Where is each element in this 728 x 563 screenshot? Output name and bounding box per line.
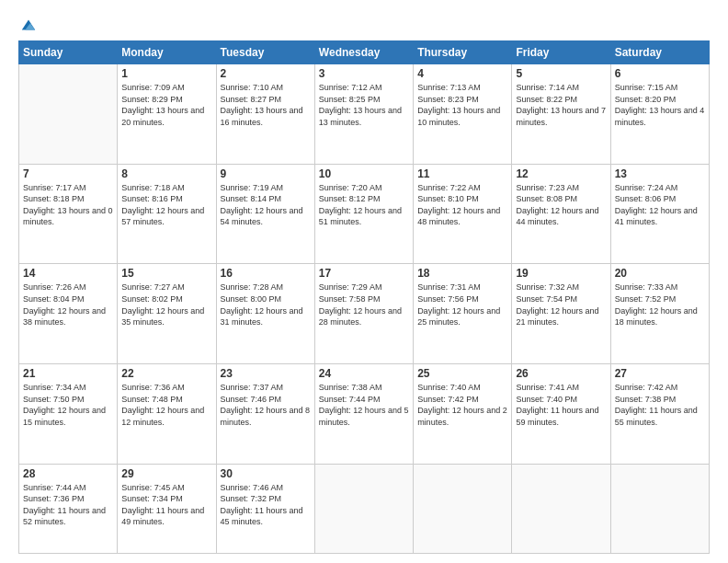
- calendar-week-3: 14Sunrise: 7:26 AMSunset: 8:04 PMDayligh…: [19, 264, 710, 364]
- calendar-cell: 19Sunrise: 7:32 AMSunset: 7:54 PMDayligh…: [512, 264, 610, 364]
- calendar-cell: [19, 64, 118, 165]
- calendar-cell: 10Sunrise: 7:20 AMSunset: 8:12 PMDayligh…: [314, 164, 413, 264]
- calendar-cell: 8Sunrise: 7:18 AMSunset: 8:16 PMDaylight…: [118, 164, 216, 264]
- day-info: Sunrise: 7:31 AMSunset: 7:56 PMDaylight:…: [417, 282, 507, 327]
- calendar-cell: 11Sunrise: 7:22 AMSunset: 8:10 PMDayligh…: [414, 164, 512, 264]
- day-info: Sunrise: 7:46 AMSunset: 7:32 PMDaylight:…: [221, 482, 311, 528]
- calendar-cell: [414, 464, 512, 553]
- day-info: Sunrise: 7:18 AMSunset: 8:16 PMDaylight:…: [121, 182, 211, 228]
- day-info: Sunrise: 7:34 AMSunset: 7:50 PMDaylight:…: [23, 382, 113, 428]
- logo: [18, 17, 37, 33]
- day-info: Sunrise: 7:13 AMSunset: 8:23 PMDaylight:…: [417, 82, 507, 128]
- calendar-cell: [610, 464, 709, 553]
- calendar-cell: 27Sunrise: 7:42 AMSunset: 7:38 PMDayligh…: [610, 364, 709, 465]
- logo-text: [18, 17, 37, 33]
- day-info: Sunrise: 7:15 AMSunset: 8:20 PMDaylight:…: [615, 82, 705, 128]
- day-info: Sunrise: 7:10 AMSunset: 8:27 PMDaylight:…: [221, 82, 311, 128]
- day-info: Sunrise: 7:23 AMSunset: 8:08 PMDaylight:…: [516, 182, 606, 228]
- calendar-cell: 3Sunrise: 7:12 AMSunset: 8:25 PMDaylight…: [314, 64, 413, 165]
- day-info: Sunrise: 7:45 AMSunset: 7:34 PMDaylight:…: [121, 482, 211, 528]
- calendar-cell: 12Sunrise: 7:23 AMSunset: 8:08 PMDayligh…: [512, 164, 610, 264]
- calendar-cell: 15Sunrise: 7:27 AMSunset: 8:02 PMDayligh…: [118, 264, 216, 364]
- calendar-cell: 25Sunrise: 7:40 AMSunset: 7:42 PMDayligh…: [414, 364, 512, 465]
- day-info: Sunrise: 7:40 AMSunset: 7:42 PMDaylight:…: [417, 382, 507, 428]
- calendar-header-friday: Friday: [512, 41, 610, 64]
- day-info: Sunrise: 7:26 AMSunset: 8:04 PMDaylight:…: [23, 282, 113, 327]
- day-number: 6: [615, 67, 705, 80]
- day-info: Sunrise: 7:38 AMSunset: 7:44 PMDaylight:…: [319, 382, 409, 428]
- day-number: 26: [516, 367, 606, 380]
- calendar-cell: [314, 464, 413, 553]
- day-number: 21: [23, 367, 113, 380]
- day-number: 30: [221, 467, 311, 480]
- day-number: 7: [23, 167, 113, 180]
- day-number: 3: [319, 67, 409, 80]
- calendar-cell: 23Sunrise: 7:37 AMSunset: 7:46 PMDayligh…: [216, 364, 314, 465]
- day-info: Sunrise: 7:12 AMSunset: 8:25 PMDaylight:…: [319, 82, 409, 128]
- day-number: 18: [417, 267, 507, 280]
- day-info: Sunrise: 7:09 AMSunset: 8:29 PMDaylight:…: [121, 82, 211, 128]
- day-number: 27: [615, 367, 705, 380]
- day-info: Sunrise: 7:37 AMSunset: 7:46 PMDaylight:…: [221, 382, 311, 428]
- day-number: 14: [23, 267, 113, 280]
- day-number: 12: [516, 167, 606, 180]
- calendar-cell: 7Sunrise: 7:17 AMSunset: 8:18 PMDaylight…: [19, 164, 118, 264]
- calendar-cell: 4Sunrise: 7:13 AMSunset: 8:23 PMDaylight…: [414, 64, 512, 165]
- calendar-cell: 22Sunrise: 7:36 AMSunset: 7:48 PMDayligh…: [118, 364, 216, 465]
- day-info: Sunrise: 7:14 AMSunset: 8:22 PMDaylight:…: [516, 82, 606, 128]
- calendar-cell: 6Sunrise: 7:15 AMSunset: 8:20 PMDaylight…: [610, 64, 709, 165]
- day-info: Sunrise: 7:33 AMSunset: 7:52 PMDaylight:…: [615, 282, 705, 327]
- day-info: Sunrise: 7:32 AMSunset: 7:54 PMDaylight:…: [516, 282, 606, 327]
- day-info: Sunrise: 7:22 AMSunset: 8:10 PMDaylight:…: [417, 182, 507, 228]
- day-number: 29: [121, 467, 211, 480]
- day-number: 11: [417, 167, 507, 180]
- calendar-header-monday: Monday: [118, 41, 216, 64]
- calendar-cell: 24Sunrise: 7:38 AMSunset: 7:44 PMDayligh…: [314, 364, 413, 465]
- calendar-table: SundayMondayTuesdayWednesdayThursdayFrid…: [18, 40, 710, 554]
- day-number: 16: [221, 267, 311, 280]
- day-info: Sunrise: 7:28 AMSunset: 8:00 PMDaylight:…: [221, 282, 311, 327]
- day-number: 1: [121, 67, 211, 80]
- day-info: Sunrise: 7:27 AMSunset: 8:02 PMDaylight:…: [121, 282, 211, 327]
- calendar-header-row: SundayMondayTuesdayWednesdayThursdayFrid…: [19, 41, 710, 64]
- calendar-week-5: 28Sunrise: 7:44 AMSunset: 7:36 PMDayligh…: [19, 464, 710, 553]
- calendar-header-saturday: Saturday: [610, 41, 709, 64]
- logo-icon: [20, 17, 37, 33]
- day-number: 22: [121, 367, 211, 380]
- day-number: 4: [417, 67, 507, 80]
- calendar-cell: 14Sunrise: 7:26 AMSunset: 8:04 PMDayligh…: [19, 264, 118, 364]
- day-info: Sunrise: 7:24 AMSunset: 8:06 PMDaylight:…: [615, 182, 705, 228]
- calendar-cell: 2Sunrise: 7:10 AMSunset: 8:27 PMDaylight…: [216, 64, 314, 165]
- day-number: 8: [121, 167, 211, 180]
- calendar-header-tuesday: Tuesday: [216, 41, 314, 64]
- calendar-cell: 16Sunrise: 7:28 AMSunset: 8:00 PMDayligh…: [216, 264, 314, 364]
- day-info: Sunrise: 7:29 AMSunset: 7:58 PMDaylight:…: [319, 282, 409, 327]
- calendar-cell: 30Sunrise: 7:46 AMSunset: 7:32 PMDayligh…: [216, 464, 314, 553]
- calendar-cell: 5Sunrise: 7:14 AMSunset: 8:22 PMDaylight…: [512, 64, 610, 165]
- day-info: Sunrise: 7:17 AMSunset: 8:18 PMDaylight:…: [23, 182, 113, 228]
- day-info: Sunrise: 7:44 AMSunset: 7:36 PMDaylight:…: [23, 482, 113, 528]
- day-info: Sunrise: 7:42 AMSunset: 7:38 PMDaylight:…: [615, 382, 705, 428]
- day-info: Sunrise: 7:41 AMSunset: 7:40 PMDaylight:…: [516, 382, 606, 428]
- day-info: Sunrise: 7:36 AMSunset: 7:48 PMDaylight:…: [121, 382, 211, 428]
- calendar-cell: 9Sunrise: 7:19 AMSunset: 8:14 PMDaylight…: [216, 164, 314, 264]
- calendar-cell: 28Sunrise: 7:44 AMSunset: 7:36 PMDayligh…: [19, 464, 118, 553]
- day-number: 2: [221, 67, 311, 80]
- calendar-week-2: 7Sunrise: 7:17 AMSunset: 8:18 PMDaylight…: [19, 164, 710, 264]
- day-number: 23: [221, 367, 311, 380]
- calendar-week-1: 1Sunrise: 7:09 AMSunset: 8:29 PMDaylight…: [19, 64, 710, 165]
- day-number: 5: [516, 67, 606, 80]
- page: SundayMondayTuesdayWednesdayThursdayFrid…: [0, 0, 728, 563]
- day-number: 19: [516, 267, 606, 280]
- header: [18, 17, 710, 33]
- day-number: 20: [615, 267, 705, 280]
- calendar-cell: 26Sunrise: 7:41 AMSunset: 7:40 PMDayligh…: [512, 364, 610, 465]
- calendar-cell: 29Sunrise: 7:45 AMSunset: 7:34 PMDayligh…: [118, 464, 216, 553]
- calendar-cell: 13Sunrise: 7:24 AMSunset: 8:06 PMDayligh…: [610, 164, 709, 264]
- calendar-cell: 20Sunrise: 7:33 AMSunset: 7:52 PMDayligh…: [610, 264, 709, 364]
- calendar-cell: 1Sunrise: 7:09 AMSunset: 8:29 PMDaylight…: [118, 64, 216, 165]
- calendar-week-4: 21Sunrise: 7:34 AMSunset: 7:50 PMDayligh…: [19, 364, 710, 465]
- day-number: 17: [319, 267, 409, 280]
- day-number: 24: [319, 367, 409, 380]
- day-number: 28: [23, 467, 113, 480]
